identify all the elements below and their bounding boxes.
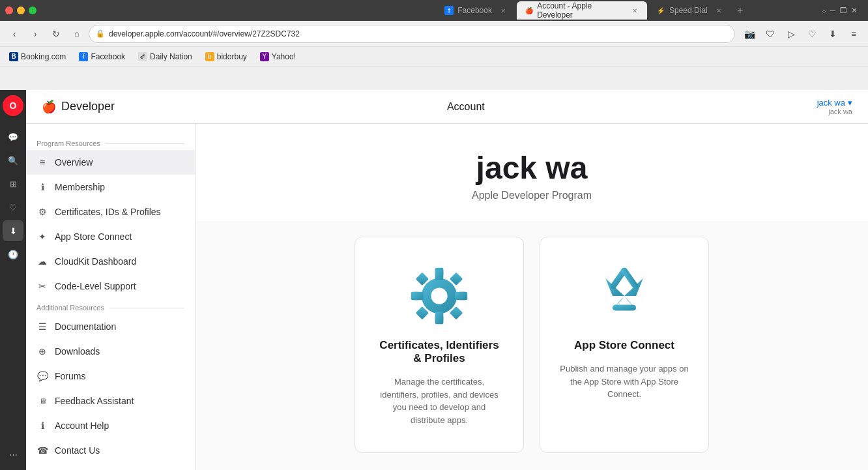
play-icon[interactable]: ▷	[782, 25, 800, 43]
more-icon[interactable]: ⋯	[3, 444, 23, 465]
header-user-label: jack wa	[828, 108, 852, 115]
downloads-nav-icon: ⊕	[36, 345, 48, 357]
appstore-label: App Store Connect	[55, 231, 132, 242]
sidebar-item-forums[interactable]: 💬 Forums	[26, 364, 195, 389]
apple-logo-icon: 🍎	[42, 100, 56, 114]
reload-button[interactable]: ↻	[47, 25, 65, 43]
sidebar-item-appstore[interactable]: ✦ App Store Connect	[26, 224, 195, 249]
cloudkit-label: CloudKit Dashboard	[55, 256, 136, 267]
facebook-bm-favicon: f	[79, 52, 88, 61]
user-hero: jack wa Apple Developer Program	[195, 124, 868, 221]
bookmark-yahoo[interactable]: Y Yahoo!	[257, 51, 298, 63]
bidorbuy-favicon: b	[205, 52, 214, 61]
tab-speed-dial-label: Speed Dial	[669, 6, 708, 15]
address-bar[interactable]: 🔒 developer.apple.com/account/#/overview…	[89, 25, 735, 43]
clock-icon[interactable]: 🕐	[3, 244, 23, 265]
appstore-connect-card[interactable]: App Store Connect Publish and manage you…	[540, 237, 709, 453]
tab-bar-control-min[interactable]: ─	[830, 6, 836, 15]
main-layout: Program Resources ≡ Overview ℹ Membershi…	[26, 124, 868, 470]
svg-rect-19	[620, 267, 639, 290]
bookmark-daily-nation-label: Daily Nation	[150, 52, 192, 61]
sidebar-item-documentation[interactable]: ☰ Documentation	[26, 314, 195, 339]
certs-card[interactable]: Certificates, Identifiers & Profiles Man…	[354, 237, 524, 453]
account-help-label: Account Help	[55, 420, 109, 431]
contact-us-label: Contact Us	[55, 445, 100, 456]
header-title: Account	[115, 101, 817, 113]
messenger-icon[interactable]: 💬	[3, 126, 23, 147]
bookmarks-bar: B Booking.com f Facebook 🗞 Daily Nation …	[0, 47, 868, 66]
home-button[interactable]: ⌂	[68, 25, 86, 43]
apple-dev-favicon: 🍎	[525, 6, 533, 15]
user-hero-program: Apple Developer Program	[209, 190, 855, 201]
svg-rect-13	[455, 292, 465, 301]
sidebar-nav: Program Resources ≡ Overview ℹ Membershi…	[26, 124, 195, 470]
feedback-label: Feedback Assistant	[55, 396, 134, 406]
tab-speed-dial[interactable]: ⚡ Speed Dial ✕	[648, 1, 731, 20]
sidebar-item-cloudkit[interactable]: ☁ CloudKit Dashboard	[26, 249, 195, 274]
downloads-label: Downloads	[55, 346, 100, 357]
svg-rect-12	[413, 292, 424, 301]
sidebar-item-code-support[interactable]: ✂ Code-Level Support	[26, 274, 195, 299]
sidebar-item-membership[interactable]: ℹ Membership	[26, 175, 195, 199]
daily-nation-favicon: 🗞	[138, 52, 147, 61]
header-user[interactable]: jack wa ▾ jack wa	[817, 98, 852, 115]
certs-label: Certificates, IDs & Profiles	[55, 207, 161, 217]
appstore-nav-icon: ✦	[36, 231, 48, 242]
sidebar-item-overview[interactable]: ≡ Overview	[26, 150, 195, 175]
sidebar-item-downloads[interactable]: ⊕ Downloads	[26, 339, 195, 364]
title-bar: f Facebook ✕ 🍎 Account - Apple Developer…	[0, 0, 868, 21]
downloads-sidebar-icon[interactable]: ⬇	[3, 220, 23, 241]
svg-rect-20	[613, 305, 636, 311]
heart-icon[interactable]: ♡	[803, 25, 821, 43]
search-icon[interactable]: 🔍	[3, 150, 23, 171]
tab-bar-control-stack[interactable]: ⬦	[822, 6, 826, 15]
sidebar-item-contact-us[interactable]: ☎ Contact Us	[26, 438, 195, 463]
tab-bar-control-close[interactable]: ✕	[851, 6, 858, 15]
contact-us-icon: ☎	[36, 445, 48, 456]
shield-icon[interactable]: 🛡	[761, 25, 779, 43]
membership-icon: ℹ	[36, 181, 48, 193]
svg-rect-11	[435, 312, 444, 322]
page-content: jack wa Apple Developer Program	[195, 124, 868, 470]
bookmark-bidorbuy[interactable]: b bidorbuy	[203, 51, 250, 63]
address-text: developer.apple.com/account/#/overview/2…	[109, 29, 728, 38]
camera-icon[interactable]: 📷	[740, 25, 759, 43]
close-window-btn[interactable]	[5, 7, 13, 14]
back-button[interactable]: ‹	[5, 25, 23, 43]
window-controls	[5, 7, 36, 14]
minimize-window-btn[interactable]	[17, 7, 25, 14]
apple-developer-logo: 🍎 Developer	[42, 100, 115, 114]
maximize-window-btn[interactable]	[29, 7, 36, 14]
content-area: 🍎 Developer Account jack wa ▾ jack wa Pr…	[26, 90, 868, 470]
tab-apple-dev-close[interactable]: ✕	[631, 6, 639, 15]
tab-speed-dial-close[interactable]: ✕	[714, 6, 723, 15]
toolbar-icons: 📷 🛡 ▷ ♡ ⬇ ≡	[740, 25, 863, 43]
user-hero-name: jack wa	[209, 150, 855, 186]
bookmark-daily-nation[interactable]: 🗞 Daily Nation	[136, 51, 195, 63]
favorites-icon[interactable]: ♡	[3, 197, 23, 218]
code-support-label: Code-Level Support	[55, 281, 136, 291]
certs-card-desc: Manage the certificates, identifiers, pr…	[375, 375, 504, 426]
sidebar-item-feedback[interactable]: 🖥 Feedback Assistant	[26, 389, 195, 413]
forums-label: Forums	[55, 371, 85, 381]
download-icon[interactable]: ⬇	[824, 25, 842, 43]
tab-bar-control-restore[interactable]: ⧠	[839, 6, 847, 15]
certs-card-title: Certificates, Identifiers & Profiles	[375, 339, 504, 365]
extensions-grid-icon[interactable]: ⊞	[3, 173, 23, 194]
sidebar-item-account-help[interactable]: ℹ Account Help	[26, 413, 195, 438]
new-tab-button[interactable]: +	[732, 3, 748, 18]
menu-icon[interactable]: ≡	[845, 25, 863, 43]
tab-facebook[interactable]: f Facebook ✕	[437, 1, 515, 20]
membership-label: Membership	[55, 182, 105, 192]
svg-rect-10	[435, 270, 444, 280]
sidebar-item-certs[interactable]: ⚙ Certificates, IDs & Profiles	[26, 199, 195, 224]
account-help-icon: ℹ	[36, 420, 48, 432]
tab-facebook-close[interactable]: ✕	[499, 6, 508, 15]
bookmark-facebook[interactable]: f Facebook	[76, 51, 128, 63]
tab-apple-dev[interactable]: 🍎 Account - Apple Developer ✕	[517, 1, 647, 20]
bookmark-booking[interactable]: B Booking.com	[7, 51, 68, 63]
tab-facebook-label: Facebook	[457, 6, 492, 15]
opera-logo-icon[interactable]: O	[3, 95, 23, 116]
documentation-icon: ☰	[36, 321, 48, 332]
forward-button[interactable]: ›	[26, 25, 44, 43]
